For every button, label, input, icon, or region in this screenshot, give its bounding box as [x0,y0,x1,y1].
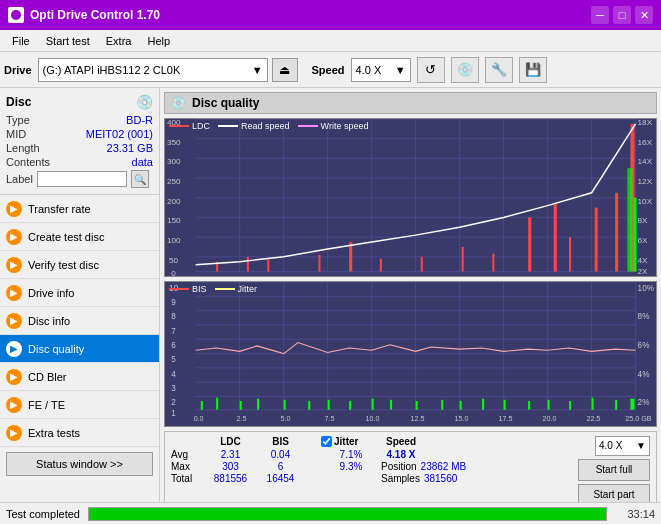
svg-text:4X: 4X [638,256,649,265]
sidebar: Disc 💿 Type BD-R MID MEIT02 (001) Length… [0,88,160,502]
svg-text:2X: 2X [638,268,649,277]
svg-rect-121 [390,400,392,410]
menu-help[interactable]: Help [139,33,178,49]
charts-container: LDC Read speed Write speed [164,118,657,427]
close-button[interactable]: ✕ [635,6,653,24]
nav-icon-verify-test-disc: ▶ [6,257,22,273]
bis-chart-svg: 10 9 8 7 6 5 4 3 2 1 10% 8% [165,282,656,425]
svg-text:4%: 4% [638,369,650,379]
legend-write-speed: Write speed [298,121,369,131]
sidebar-item-create-test-disc[interactable]: ▶ Create test disc [0,223,159,251]
disc-section-title: Disc [6,95,31,109]
chart1-legend: LDC Read speed Write speed [169,121,368,131]
svg-text:200: 200 [167,197,181,206]
jitter-checkbox[interactable] [321,436,332,447]
col-header-ldc: LDC [203,436,258,447]
svg-rect-57 [492,254,494,272]
disc-icon: 💿 [136,94,153,110]
disc-quality-panel: 💿 Disc quality LDC [160,88,661,502]
legend-read-speed-color [218,125,238,127]
speed-dropdown-stats[interactable]: 4.0 X ▼ [595,436,650,456]
menu-file[interactable]: File [4,33,38,49]
svg-rect-131 [615,400,617,410]
start-part-button[interactable]: Start part [578,484,650,502]
length-label: Length [6,142,40,154]
start-full-button[interactable]: Start full [578,459,650,481]
app-icon [8,7,24,23]
sidebar-item-transfer-rate[interactable]: ▶ Transfer rate [0,195,159,223]
app-title: Opti Drive Control 1.70 [30,8,160,22]
svg-text:50: 50 [169,256,179,265]
chart2-legend: BIS Jitter [169,284,257,294]
sidebar-item-disc-info[interactable]: ▶ Disc info [0,307,159,335]
refresh-button[interactable]: ↺ [417,57,445,83]
svg-rect-59 [554,203,557,272]
disc-info-panel: Disc 💿 Type BD-R MID MEIT02 (001) Length… [0,88,159,195]
status-text: Test completed [6,508,80,520]
col-header-speed: Speed [381,436,421,447]
nav-icon-cd-bler: ▶ [6,369,22,385]
sidebar-item-drive-info[interactable]: ▶ Drive info [0,279,159,307]
nav-icon-fe-te: ▶ [6,397,22,413]
avg-ldc: 2.31 [203,449,258,460]
menu-start-test[interactable]: Start test [38,33,98,49]
sidebar-item-disc-quality[interactable]: ▶ Disc quality [0,335,159,363]
type-value: BD-R [126,114,153,126]
nav-icon-extra-tests: ▶ [6,425,22,441]
type-label: Type [6,114,30,126]
svg-text:150: 150 [167,216,181,225]
avg-jitter: 7.1% [321,449,381,460]
nav-icon-disc-quality: ▶ [6,341,22,357]
svg-text:22.5: 22.5 [586,414,600,423]
drive-select-group: (G:) ATAPI iHBS112 2 CL0K ▼ ⏏ [38,58,298,82]
svg-text:25.0 GB: 25.0 GB [625,414,651,423]
svg-rect-115 [257,399,259,410]
svg-rect-112 [201,401,203,410]
label-input[interactable] [37,171,127,187]
menu-extra[interactable]: Extra [98,33,140,49]
svg-text:12.5: 12.5 [411,414,425,423]
status-bar: Test completed 33:14 [0,502,661,524]
legend-jitter: Jitter [215,284,258,294]
svg-rect-65 [633,198,636,272]
legend-bis-color [169,288,189,290]
sidebar-item-cd-bler[interactable]: ▶ CD Bler [0,363,159,391]
svg-text:6%: 6% [638,340,650,350]
svg-rect-132 [630,399,634,410]
sidebar-item-verify-test-disc[interactable]: ▶ Verify test disc [0,251,159,279]
svg-text:5.0: 5.0 [281,414,291,423]
maximize-button[interactable]: □ [613,6,631,24]
sidebar-item-extra-tests[interactable]: ▶ Extra tests [0,419,159,447]
svg-text:6X: 6X [638,236,649,245]
ldc-chart-svg: 400 350 300 250 200 150 100 50 0 18X 16X [165,119,656,276]
sidebar-item-fe-te[interactable]: ▶ FE / TE [0,391,159,419]
label-search-button[interactable]: 🔍 [131,170,149,188]
svg-text:8%: 8% [638,312,650,322]
svg-text:10%: 10% [638,283,655,293]
disc-button[interactable]: 💿 [451,57,479,83]
position-label: Position [381,461,417,472]
svg-rect-122 [416,401,418,410]
save-button[interactable]: 💾 [519,57,547,83]
ldc-chart: LDC Read speed Write speed [164,118,657,277]
eject-button[interactable]: ⏏ [272,58,298,82]
progress-bar-fill [89,508,606,520]
svg-rect-53 [349,242,352,272]
stats-row-total: Total 881556 16454 Samples 381560 [171,473,574,484]
svg-text:0.0: 0.0 [194,414,204,423]
speed-dropdown[interactable]: 4.0 X ▼ [351,58,411,82]
svg-text:6: 6 [171,340,176,350]
status-window-button[interactable]: Status window >> [6,452,153,476]
settings-button[interactable]: 🔧 [485,57,513,83]
minimize-button[interactable]: ─ [591,6,609,24]
drive-dropdown[interactable]: (G:) ATAPI iHBS112 2 CL0K ▼ [38,58,268,82]
stats-table: LDC BIS Jitter Speed Avg [171,436,574,502]
svg-rect-120 [372,399,374,410]
speed-label: Speed [312,64,345,76]
max-bis: 6 [258,461,303,472]
svg-text:17.5: 17.5 [498,414,512,423]
content-area: 💿 Disc quality LDC [160,88,661,502]
col-header-bis: BIS [258,436,303,447]
svg-text:9: 9 [171,297,176,307]
svg-rect-129 [569,401,571,410]
